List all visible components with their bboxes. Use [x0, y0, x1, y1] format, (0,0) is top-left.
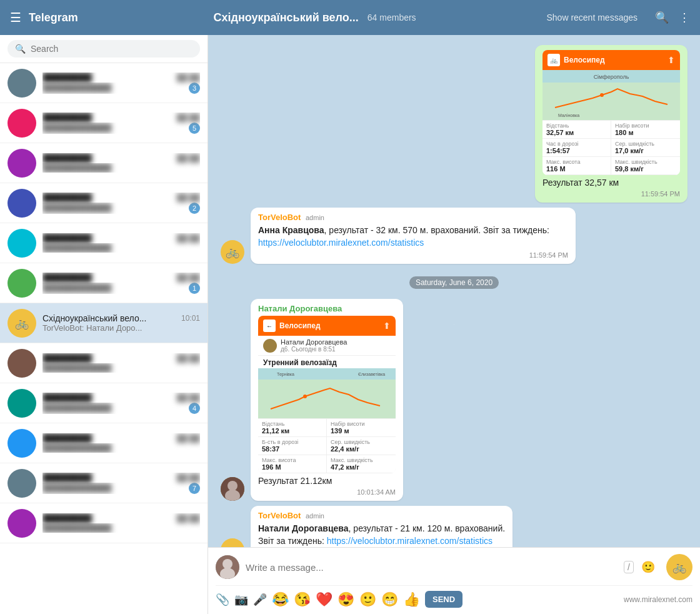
user-avatar: [221, 477, 244, 501]
slash-command-icon[interactable]: /: [624, 561, 634, 573]
activity-share-icon[interactable]: ⬆: [668, 55, 675, 65]
header-more-icon[interactable]: ⋮: [679, 11, 690, 24]
svg-text:Маліновка: Маліновка: [558, 113, 579, 118]
chat-list-item[interactable]: ████████ ██:██ ████████████: [0, 343, 208, 383]
emoji-laugh[interactable]: 😂: [272, 591, 289, 608]
chat-list-item[interactable]: ████████ ██:██ ████████████ 3: [0, 63, 208, 103]
chat-list-item[interactable]: ████████ ██:██ ████████████: [0, 143, 208, 183]
chat-time: ██:██: [177, 393, 200, 402]
chat-name-row: ████████ ██:██: [42, 153, 200, 163]
chat-info: ████████ ██:██ ████████████: [42, 433, 200, 453]
chat-info: ████████ ██:██ ████████████: [42, 153, 200, 173]
emoji-row: 📎 📷 🎤 😂 😘 ❤️ 😍 🙂 😁 👍 SEND www.miralexnet…: [216, 585, 692, 608]
chat-info: Східноукраїнський вело... 10:01 TorVeloB…: [42, 313, 200, 333]
chat-list-item[interactable]: ████████ ██:██ ████████████: [0, 423, 208, 463]
chat-preview: ████████████: [42, 483, 186, 493]
svg-point-6: [228, 481, 238, 491]
emoji-thumbs-up[interactable]: 👍: [403, 591, 420, 608]
bubble-time-2: 10:01:34 AM: [258, 488, 396, 496]
user-input-avatar: [216, 555, 239, 579]
chat-avatar: [8, 389, 36, 418]
date-divider-text: Saturday, June 6, 2020: [409, 276, 499, 289]
chat-name-row: ████████ ██:██: [42, 233, 200, 243]
header-search-icon[interactable]: 🔍: [655, 11, 669, 24]
svg-point-3: [600, 93, 604, 97]
chat-avatar: [8, 229, 36, 258]
chat-info: ████████ ██:██ ████████████ 5: [42, 113, 200, 134]
profile-avatar: [263, 339, 277, 353]
activity-map: Сімферополь Маліновка: [542, 70, 680, 120]
chat-info: ████████ ██:██ ████████████ 1: [42, 273, 200, 294]
chat-time: ██:██: [177, 354, 200, 363]
activity-profile: Натали Дорогавцева д6. Сьогодні в 8:51: [258, 336, 396, 356]
attachment-icon[interactable]: 📎: [216, 593, 229, 606]
activity-stats-2: Відстань 21,12 км Набір висоти 139 м Б-с…: [258, 418, 396, 473]
camera-icon[interactable]: 📷: [234, 593, 248, 606]
chat-time: ██:██: [177, 113, 200, 122]
message-row: 🚲 TorVeloBot admin Натали Дорогавцева, р…: [221, 506, 688, 547]
chat-name: ████████: [42, 393, 92, 403]
chat-name-row: ████████ ██:██: [42, 433, 200, 443]
send-button[interactable]: SEND: [425, 591, 462, 608]
search-input-wrap[interactable]: 🔍: [8, 40, 200, 58]
chat-list-item[interactable]: ████████ ██:██ ████████████: [0, 503, 208, 543]
emoji-kiss[interactable]: 😘: [294, 591, 311, 608]
chat-preview: ████████████: [42, 83, 186, 93]
stats-link-2[interactable]: https://veloclubtor.miralexnet.com/stati…: [327, 536, 492, 546]
chat-name: ████████: [42, 73, 92, 83]
bot-avatar-2: 🚲: [221, 538, 244, 547]
chat-preview-row: ████████████ 2: [42, 203, 200, 214]
chat-list-item[interactable]: ████████ ██:██ ████████████: [0, 223, 208, 263]
menu-icon[interactable]: ☰: [10, 10, 21, 25]
bot-send-avatar: 🚲: [666, 554, 692, 580]
unread-badge: 3: [189, 83, 200, 94]
chat-avatar: [8, 349, 36, 378]
bubble-sender: TorVeloBot admin: [258, 213, 568, 222]
stat-cell: Набір висоти 139 м: [327, 419, 396, 437]
messages-area: 🚲 Велосипед ⬆ Сімферополь: [208, 35, 700, 547]
share-icon[interactable]: ⬆: [383, 321, 391, 331]
chat-list-item[interactable]: ████████ ██:██ ████████████ 4: [0, 383, 208, 423]
stats-link[interactable]: https://veloclubtor.miralexnet.com/stati…: [258, 238, 424, 248]
stat-cell: Б-сть в дорозі 58:37: [258, 437, 327, 455]
emoji-heart[interactable]: ❤️: [316, 591, 332, 608]
chat-list-item[interactable]: 🚲 Східноукраїнський вело... 10:01 TorVel…: [0, 303, 208, 343]
chat-list-item[interactable]: ████████ ██:██ ████████████ 7: [0, 463, 208, 503]
bubble-text-2: Натали Дорогавцева, результат - 21 км. 1…: [258, 523, 505, 547]
chat-list-item[interactable]: ████████ ██:██ ████████████ 1: [0, 263, 208, 303]
chat-preview: ████████████: [42, 443, 200, 453]
chat-list-item[interactable]: ████████ ██:██ ████████████ 2: [0, 183, 208, 223]
chat-name: ████████: [42, 113, 92, 123]
show-recent-messages[interactable]: Show recent messages: [546, 13, 638, 23]
bot-avatar: 🚲: [221, 240, 244, 264]
chat-preview-row: ████████████ 7: [42, 483, 200, 494]
chat-avatar: [8, 149, 36, 178]
microphone-icon[interactable]: 🎤: [253, 593, 267, 606]
emoji-smile[interactable]: 🙂: [359, 591, 376, 608]
stat-cell: Сер. швидкість 17,0 км/г: [611, 139, 680, 157]
emoji-heart-eyes[interactable]: 😍: [338, 591, 354, 608]
chat-preview: ████████████: [42, 163, 200, 173]
chat-preview-row: ████████████: [42, 523, 200, 533]
chat-preview-row: ████████████: [42, 363, 200, 373]
result-text: Результат 32,57 км: [542, 178, 680, 188]
chat-list-item[interactable]: ████████ ██:██ ████████████ 5: [0, 103, 208, 143]
app-layout: 🔍 ████████ ██:██ ████████████ 3: [0, 35, 700, 614]
chat-info: ████████ ██:██ ████████████: [42, 353, 200, 373]
emoji-grin[interactable]: 😁: [381, 591, 398, 608]
chat-avatar: [8, 189, 36, 218]
chat-name-row: ████████ ██:██: [42, 513, 200, 523]
chat-avatar: [8, 469, 36, 498]
chat-name: ████████: [42, 193, 92, 203]
watermark: www.miralexnet.com: [624, 595, 692, 604]
chat-name: ████████: [42, 153, 92, 163]
chat-name: ████████: [42, 433, 92, 443]
profile-sub: д6. Сьогодні в 8:51: [281, 346, 347, 353]
chat-preview: ████████████: [42, 283, 186, 293]
search-input[interactable]: [31, 44, 192, 54]
activity-card-header: 🚲 Велосипед ⬆: [542, 50, 680, 70]
emoji-picker-icon[interactable]: 🙂: [641, 560, 655, 574]
admin-badge-2: admin: [306, 512, 324, 520]
unread-badge: 1: [189, 283, 200, 294]
message-input[interactable]: [246, 562, 618, 573]
